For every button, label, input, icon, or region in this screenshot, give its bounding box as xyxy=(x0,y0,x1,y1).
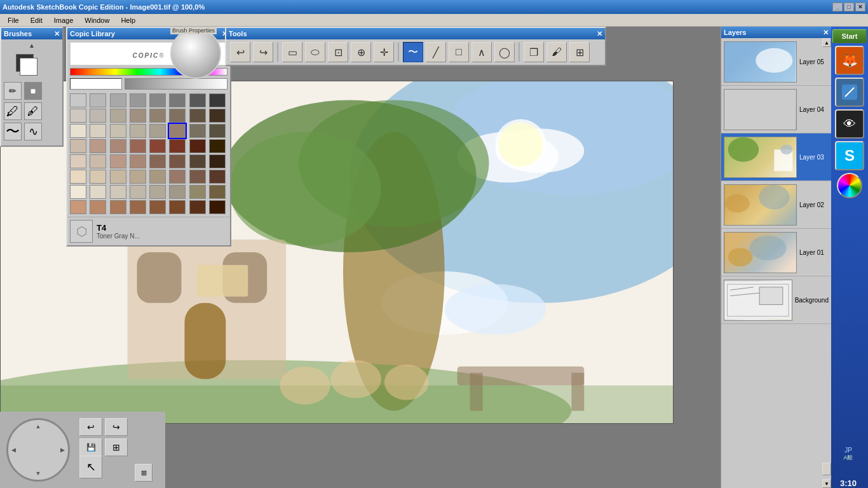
color-cell-38[interactable] xyxy=(189,154,206,168)
color-cell-60[interactable] xyxy=(149,200,166,214)
color-cell-55[interactable] xyxy=(209,185,226,199)
tool-select-rect[interactable]: ▭ xyxy=(282,42,302,62)
color-cell-42[interactable] xyxy=(110,170,126,184)
color-cell-15[interactable] xyxy=(209,109,226,123)
undo-bottom-button[interactable]: ↩ xyxy=(79,418,102,436)
color-cell-23[interactable] xyxy=(209,124,226,138)
brush-thick[interactable]: 〜 xyxy=(4,123,22,140)
color-cell-32[interactable] xyxy=(70,154,86,168)
brush-soft[interactable]: 🖋 xyxy=(24,102,42,120)
layers-scroll-up[interactable]: ▲ xyxy=(822,38,831,47)
layer-item-02[interactable]: Layer 02 xyxy=(721,181,831,229)
rotate-dial[interactable]: ▲ ▼ ◀ ▶ xyxy=(6,418,70,482)
color-cell-51[interactable] xyxy=(130,185,146,199)
tool-copy[interactable]: ❐ xyxy=(524,42,544,62)
menu-window[interactable]: Window xyxy=(79,15,114,25)
color-cell-43[interactable] xyxy=(130,170,146,184)
color-cell-56[interactable] xyxy=(70,200,86,214)
color-cell-2[interactable] xyxy=(110,93,126,107)
color-cell-48[interactable] xyxy=(70,185,86,199)
color-cell-28[interactable] xyxy=(149,139,166,153)
color-cell-8[interactable] xyxy=(70,109,86,123)
tool-move[interactable]: ✛ xyxy=(374,42,394,62)
layers-scrollbar-thumb[interactable] xyxy=(822,463,831,475)
brushes-nav-up[interactable]: ▲ xyxy=(4,42,60,49)
layers-scroll-down[interactable]: ▼ xyxy=(822,479,831,488)
color-cell-25[interactable] xyxy=(90,139,106,153)
firefox-icon[interactable]: 🦊 xyxy=(835,46,864,75)
layer-item-03[interactable]: Layer 03 xyxy=(721,133,831,181)
color-cell-22[interactable] xyxy=(189,124,206,138)
tool-curve[interactable]: 〜 xyxy=(403,42,423,62)
color-cell-29[interactable] xyxy=(169,139,186,153)
tool-redo[interactable]: ↪ xyxy=(253,42,273,62)
color-cell-6[interactable] xyxy=(189,93,206,107)
brush-color-box[interactable]: ■ xyxy=(24,82,42,100)
brush-pencil[interactable]: ✏ xyxy=(4,82,22,100)
color-cell-3[interactable] xyxy=(130,93,146,107)
menu-help[interactable]: Help xyxy=(116,15,140,25)
color-cell-9[interactable] xyxy=(90,109,106,123)
color-cell-1[interactable] xyxy=(90,93,106,107)
color-cell-46[interactable] xyxy=(189,170,206,184)
color-cell-24[interactable] xyxy=(70,139,86,153)
brushes-close[interactable]: ✕ xyxy=(54,30,60,38)
color-cell-14[interactable] xyxy=(189,109,206,123)
color-cell-62[interactable] xyxy=(189,200,206,214)
color-cell-26[interactable] xyxy=(110,139,126,153)
color-cell-34[interactable] xyxy=(110,154,126,168)
tool-undo[interactable]: ↩ xyxy=(230,42,250,62)
redo-bottom-button[interactable]: ↪ xyxy=(105,418,128,436)
pointer-button[interactable]: ↖ xyxy=(79,456,102,478)
background-color[interactable] xyxy=(20,58,37,76)
maximize-button[interactable]: □ xyxy=(844,3,854,11)
color-cell-30[interactable] xyxy=(189,139,206,153)
color-cell-47[interactable] xyxy=(209,170,226,184)
brush-preview-icon[interactable]: ⬡ xyxy=(70,220,93,243)
color-cell-5[interactable] xyxy=(169,93,186,107)
tool-line[interactable]: ╱ xyxy=(426,42,446,62)
tool-rect-shape[interactable]: □ xyxy=(449,42,469,62)
tool-polyline[interactable]: ∧ xyxy=(471,42,492,62)
color-cell-13[interactable] xyxy=(169,109,186,123)
toner-gradient-bar[interactable] xyxy=(125,78,227,90)
color-cell-27[interactable] xyxy=(130,139,146,153)
layer-item-background[interactable]: Background xyxy=(721,276,831,324)
color-cell-7[interactable] xyxy=(209,93,226,107)
color-cell-39[interactable] xyxy=(209,154,226,168)
color-cell-0[interactable] xyxy=(70,93,86,107)
color-cell-31[interactable] xyxy=(209,139,226,153)
layer-item-04[interactable]: Layer 04 xyxy=(721,86,831,133)
color-cell-19[interactable] xyxy=(130,124,146,138)
layer-item-05[interactable]: Layer 05 xyxy=(721,38,831,86)
color-cell-16[interactable] xyxy=(70,124,86,138)
color-wheel-icon[interactable] xyxy=(837,173,862,198)
color-cell-10[interactable] xyxy=(110,109,126,123)
color-cell-33[interactable] xyxy=(90,154,106,168)
tool-crop[interactable]: ⊡ xyxy=(328,42,348,62)
brush-thin[interactable]: ∿ xyxy=(24,123,42,140)
menu-file[interactable]: File xyxy=(3,15,24,25)
color-cell-45[interactable] xyxy=(169,170,186,184)
grid-bottom-button[interactable]: ⊞ xyxy=(105,438,128,456)
color-cell-44[interactable] xyxy=(149,170,166,184)
color-cell-17[interactable] xyxy=(90,124,106,138)
color-cell-21[interactable] xyxy=(169,124,186,138)
color-cell-11[interactable] xyxy=(130,109,146,123)
menu-image[interactable]: Image xyxy=(49,15,79,25)
save-bottom-button[interactable]: 💾 xyxy=(79,438,102,456)
brush-properties-dial[interactable] xyxy=(170,28,221,79)
color-cell-54[interactable] xyxy=(189,185,206,199)
color-cell-53[interactable] xyxy=(169,185,186,199)
color-cell-37[interactable] xyxy=(169,154,186,168)
layers-close[interactable]: ✕ xyxy=(823,29,829,37)
tool-grid[interactable]: ⊞ xyxy=(569,42,590,62)
start-button[interactable]: Start xyxy=(832,29,867,43)
tool-brush[interactable]: 🖌 xyxy=(546,42,567,62)
color-cell-61[interactable] xyxy=(169,200,186,214)
color-cell-57[interactable] xyxy=(90,200,106,214)
tool-ellipse[interactable]: ◯ xyxy=(494,42,515,62)
skype-icon[interactable]: S xyxy=(835,141,864,170)
color-cell-58[interactable] xyxy=(110,200,126,214)
sketchbook-icon[interactable] xyxy=(835,78,864,107)
